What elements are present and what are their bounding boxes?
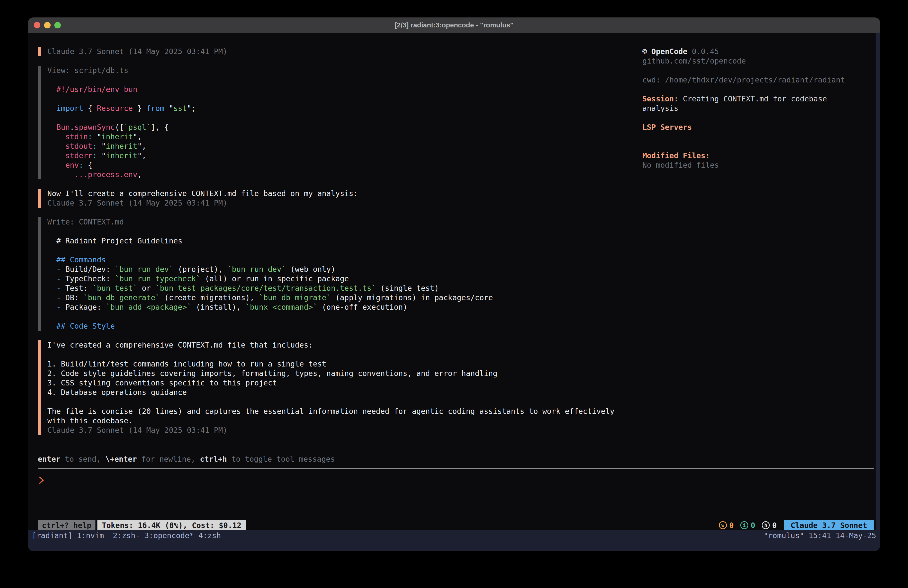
text-line: Claude 3.7 Sonnet (14 May 2025 03:41 PM) (47, 47, 616, 56)
text-line: ## Code Style (47, 321, 616, 331)
text-line: ...process.env, (47, 170, 616, 179)
prompt-chevron-icon (39, 476, 45, 484)
text-line: Now I'll create a comprehensive CONTEXT.… (47, 189, 616, 198)
input-divider (38, 468, 874, 469)
text-line: import { Resource } from "sst"; (47, 104, 616, 113)
scrollbar[interactable] (876, 33, 880, 530)
assistant-response-block: I've created a comprehensive CONTEXT.md … (38, 340, 616, 435)
w-counter: w0 (719, 521, 734, 530)
text-line: Claude 3.7 Sonnet (14 May 2025 03:41 PM) (47, 425, 616, 435)
h-counter: h0 (762, 521, 777, 530)
terminal-window: [2/3] radiant:3:opencode - "romulus" Cla… (28, 18, 880, 551)
text-line: Modified Files: (642, 151, 867, 161)
view-tool-block: View: script/db.ts #!/usr/bin/env bun im… (38, 66, 616, 179)
text-line: - TypeCheck: `bun run typecheck` (all) o… (47, 274, 616, 284)
zoom-button[interactable] (54, 22, 61, 28)
text-line: - Package: `bun add <package>` (install)… (47, 303, 616, 312)
text-line (47, 75, 616, 85)
text-line (642, 132, 867, 142)
text-line (642, 66, 867, 75)
text-line (47, 312, 616, 321)
message-header-block: Claude 3.7 Sonnet (14 May 2025 03:41 PM) (38, 47, 616, 56)
w-circle-icon: w (719, 521, 727, 529)
text-line: 1. Build/lint/test commands including ho… (47, 359, 616, 369)
assistant-message-block: Now I'll create a comprehensive CONTEXT.… (38, 189, 616, 208)
close-button[interactable] (34, 22, 40, 28)
terminal-content: Claude 3.7 Sonnet (14 May 2025 03:41 PM)… (28, 33, 880, 551)
text-line: The file is concise (20 lines) and captu… (47, 407, 616, 425)
text-line: github.com/sst/opencode (642, 56, 867, 66)
text-line: 3. CSS styling conventions specific to t… (47, 378, 616, 388)
text-line: - Test: `bun test` or `bun test packages… (47, 284, 616, 293)
tmux-statusbar: [radiant] 1:nvim 2:zsh- 3:opencode* 4:zs… (28, 530, 880, 551)
titlebar[interactable]: [2/3] radiant:3:opencode - "romulus" (28, 18, 880, 33)
text-line: - Build/Dev: `bun run dev` (project), `b… (47, 264, 616, 274)
text-line: #!/usr/bin/env bun (47, 85, 616, 94)
text-line: stderr: "inherit", (47, 151, 616, 161)
text-line: 4. Database operations guidance (47, 388, 616, 397)
text-line (642, 142, 867, 151)
text-line: 2. Code style guidelines covering import… (47, 369, 616, 378)
text-line (47, 397, 616, 407)
traffic-lights (34, 18, 61, 33)
text-line (47, 350, 616, 359)
text-line: ## Commands (47, 255, 616, 264)
minimize-button[interactable] (44, 22, 51, 28)
text-line: stdin: "inherit", (47, 132, 616, 142)
text-line: # Radiant Project Guidelines (47, 236, 616, 246)
statusbar-right: w0i0h0 Claude 3.7 Sonnet (719, 520, 874, 530)
keybinding-help: enter to send, \+enter for newline, ctrl… (38, 454, 636, 464)
text-line (47, 227, 616, 236)
text-line: Bun.spawnSync([`psql`], { (47, 122, 616, 132)
help-shortcut-badge[interactable]: ctrl+? help (38, 520, 95, 530)
text-line: I've created a comprehensive CONTEXT.md … (47, 340, 616, 350)
model-badge[interactable]: Claude 3.7 Sonnet (784, 520, 874, 530)
h-circle-icon: h (762, 521, 770, 529)
text-line: View: script/db.ts (47, 66, 616, 75)
text-line: Session: Creating CONTEXT.md for codebas… (642, 94, 867, 113)
text-line: No modified files (642, 161, 867, 170)
counter-value: 0 (751, 521, 755, 530)
counter-value: 0 (729, 521, 734, 530)
session-sidebar: © OpenCode 0.0.45github.com/sst/opencode… (642, 47, 867, 170)
text-line (642, 85, 867, 94)
tokens-cost-badge: Tokens: 16.4K (8%), Cost: $0.12 (97, 520, 246, 530)
write-tool-block: Write: CONTEXT.md # Radiant Project Guid… (38, 217, 616, 331)
text-line: env: { (47, 161, 616, 170)
window-title: [2/3] radiant:3:opencode - "romulus" (395, 21, 514, 29)
text-line: - DB: `bun db generate` (create migratio… (47, 293, 616, 303)
chat-transcript: Claude 3.7 Sonnet (14 May 2025 03:41 PM)… (38, 47, 616, 435)
i-counter: i0 (740, 521, 755, 530)
i-circle-icon: i (740, 521, 748, 529)
text-line: Claude 3.7 Sonnet (14 May 2025 03:41 PM) (47, 198, 616, 208)
text-line (47, 246, 616, 255)
message-input[interactable] (39, 475, 45, 485)
text-line: stdout: "inherit", (47, 142, 616, 151)
text-line: LSP Servers (642, 122, 867, 132)
tmux-host-clock: "romulus" 15:41 14-May-25 (763, 531, 876, 540)
opencode-statusbar: ctrl+? help Tokens: 16.4K (8%), Cost: $0… (28, 520, 880, 530)
text-line (47, 113, 616, 122)
text-line: Write: CONTEXT.md (47, 217, 616, 227)
text-line: © OpenCode 0.0.45 (642, 47, 867, 56)
text-line: enter to send, \+enter for newline, ctrl… (38, 454, 636, 464)
text-line (642, 113, 867, 122)
counter-value: 0 (772, 521, 777, 530)
text-line (47, 94, 616, 104)
text-line: cwd: /home/thdxr/dev/projects/radiant/ra… (642, 75, 867, 85)
tmux-session-windows[interactable]: [radiant] 1:nvim 2:zsh- 3:opencode* 4:zs… (32, 531, 221, 540)
